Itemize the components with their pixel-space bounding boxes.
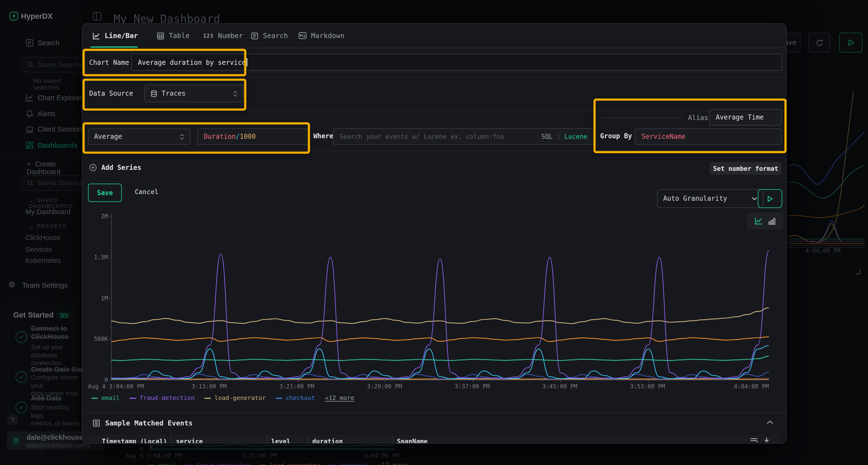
x-tick-label: 3:29:00 PM (367, 383, 402, 390)
aggregation-select[interactable]: Average (88, 128, 190, 145)
download-icon[interactable] (763, 437, 770, 444)
svg-text:1.5M: 1.5M (94, 254, 108, 261)
add-series-button[interactable]: Add Series (89, 164, 141, 171)
x-tick-label: 3:53:00 PM (630, 383, 665, 390)
column-separator[interactable] (170, 436, 171, 443)
col-timestamp[interactable]: Timestamp (Local) (102, 437, 167, 443)
select-updown-icon (180, 133, 184, 139)
alias-label: Alias (688, 114, 708, 122)
series-line-fraud-detection (111, 251, 769, 378)
select-updown-icon (233, 90, 238, 96)
x-tick-label: 3:21:00 PM (279, 383, 314, 390)
tab-search[interactable]: Search (251, 32, 288, 40)
where-label: Where (313, 132, 333, 140)
tab-table[interactable]: Table (157, 32, 190, 40)
data-source-select[interactable]: Traces (145, 85, 244, 102)
text-caret (246, 58, 247, 66)
alias-connector-line (601, 117, 682, 118)
alias-input[interactable]: Average Time (709, 109, 782, 126)
x-tick-label: 3:13:00 PM (192, 383, 227, 390)
x-tick-label: 3:37:00 PM (455, 383, 490, 390)
app-window: HyperDX Search Saved Searches No saved s… (0, 0, 868, 465)
x-tick-label: 4:04:00 PM (734, 383, 769, 390)
field-expression-input[interactable]: Duration/1000 (197, 128, 309, 145)
legend-item-email[interactable]: email (91, 394, 120, 402)
chevron-down-icon (752, 197, 757, 200)
where-search-input[interactable]: Search your events w/ Lucene ex. column:… (333, 128, 594, 145)
legend-item-fraud-detection[interactable]: fraud-detection (130, 394, 194, 402)
group-by-input[interactable]: ServiceName (635, 128, 781, 145)
series-line-unlabeled-cyan (111, 345, 769, 378)
series-line-checkout (111, 372, 769, 379)
table-icon (157, 32, 164, 39)
legend-item-load-generator[interactable]: load-generator (205, 394, 266, 402)
x-axis-labels: Aug 4 3:04:00 PM3:13:00 PM3:21:00 PM3:29… (94, 383, 770, 391)
series-line-load-generator (111, 308, 769, 324)
data-source-label: Data Source (89, 90, 133, 97)
set-number-format-button[interactable]: Set number format (710, 162, 781, 175)
legend-dash (276, 398, 283, 399)
chart-legend: email fraud-detection load-generator che… (91, 394, 354, 402)
legend-item-checkout[interactable]: checkout (276, 394, 315, 402)
plus-circle-icon (89, 164, 97, 171)
play-icon (767, 196, 773, 202)
collapse-chevron-icon[interactable] (767, 420, 774, 424)
x-tick-label: 3:45:00 PM (542, 383, 578, 390)
where-placeholder: Search your events w/ Lucene ex. column:… (339, 133, 504, 140)
legend-dash (130, 398, 136, 399)
chart-name-input[interactable]: Average duration by service (131, 54, 782, 71)
column-separator[interactable] (267, 436, 268, 443)
preview-run-button[interactable] (758, 189, 782, 208)
modal-save-button[interactable]: Save (88, 184, 122, 202)
group-by-label: Group By (600, 132, 632, 140)
x-tick-label: Aug 4 3:04:00 PM (88, 383, 144, 390)
column-separator[interactable] (308, 436, 308, 443)
number-123-icon: 123 (203, 33, 214, 38)
column-separator[interactable] (392, 436, 392, 443)
markdown-icon (298, 32, 306, 39)
col-service[interactable]: service (176, 437, 203, 443)
series-line-email (111, 356, 769, 361)
tab-markdown[interactable]: Markdown (298, 32, 344, 40)
modal-cancel-button[interactable]: Cancel (134, 188, 159, 196)
svg-text:0: 0 (104, 376, 108, 383)
table-filter-icon[interactable] (750, 437, 758, 443)
legend-more-link[interactable]: +12 more (325, 394, 354, 402)
lang-sql-toggle[interactable]: SQL (541, 133, 553, 140)
tab-number[interactable]: 123 Number (203, 32, 243, 40)
legend-dash (91, 398, 98, 399)
preview-chart: 2M1.5M1M500K0 (94, 208, 770, 393)
svg-text:1M: 1M (101, 295, 108, 302)
svg-text:500K: 500K (94, 336, 108, 342)
tab-line-bar[interactable]: Line/Bar (92, 32, 138, 40)
chart-name-label: Chart Name (89, 59, 129, 66)
svg-text:2M: 2M (101, 213, 108, 220)
col-spanname[interactable]: SpanName (397, 437, 428, 443)
line-chart-icon (92, 32, 100, 39)
sample-events-header[interactable]: Sample Matched Events (92, 419, 193, 427)
lang-lucene-toggle[interactable]: Lucene (564, 133, 587, 140)
col-level[interactable]: level (271, 437, 290, 443)
events-table-icon (92, 419, 100, 427)
database-icon (151, 90, 157, 97)
granularity-select[interactable]: Auto Granularity (657, 189, 763, 208)
edit-chart-modal: Line/Bar Table 123 Number Search Markdow… (82, 23, 787, 443)
col-duration[interactable]: duration (312, 437, 343, 443)
legend-dash (205, 398, 211, 399)
series-line-unlabeled-orange (111, 337, 769, 342)
search-list-icon (251, 32, 258, 39)
